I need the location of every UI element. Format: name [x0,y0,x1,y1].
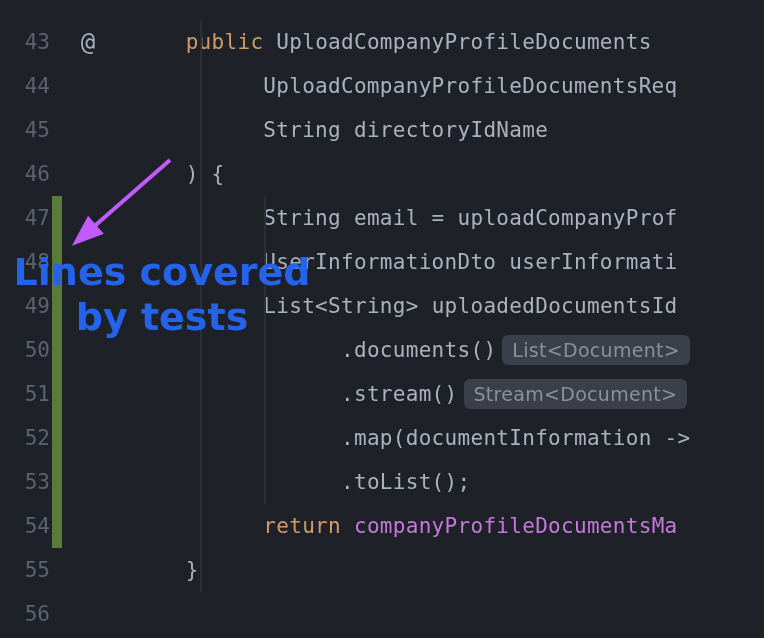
line-number: 43 [0,20,68,64]
code-line[interactable]: ) { [108,152,764,196]
method-call: map [354,426,393,450]
code-line[interactable] [108,592,764,636]
gutter-marker [68,328,108,372]
brace: ) { [186,162,225,186]
lambda-arg: documentInformation -> [406,426,691,450]
inlay-hint[interactable]: List<Document> [502,335,690,365]
code-line[interactable]: String email = uploadCompanyProf [108,196,764,240]
indent-guide [200,20,202,592]
brace: } [186,558,199,582]
gutter-marker [68,504,108,548]
type-identifier: UploadCompanyProfileDocuments [276,30,651,54]
code-line[interactable]: .toList(); [108,460,764,504]
type-identifier: String [328,294,406,318]
code-line[interactable]: public UploadCompanyProfileDocuments [108,20,764,64]
line-number: 55 [0,548,68,592]
code-editor[interactable]: 43 44 45 46 47 48 49 50 51 52 53 54 55 5… [0,0,764,638]
gutter-marker [68,460,108,504]
type-identifier: String [263,118,341,142]
gutter-marker [68,240,108,284]
code-line[interactable]: .documents()List<Document> [108,328,764,372]
code-line[interactable]: return companyProfileDocumentsMa [108,504,764,548]
variable-name: userInformati [509,250,677,274]
type-identifier: UserInformationDto [263,250,496,274]
type-identifier: UploadCompanyProfileDocumentsReq [263,74,677,98]
line-number: 56 [0,592,68,636]
override-gutter-icon[interactable]: @ [68,20,108,64]
type-identifier: List [263,294,315,318]
method-call: toList [354,470,432,494]
code-line[interactable]: UploadCompanyProfileDocumentsReq [108,64,764,108]
expression: companyProfileDocumentsMa [354,514,678,538]
gutter-marker [68,416,108,460]
gutter-marker [68,64,108,108]
line-number: 44 [0,64,68,108]
code-content[interactable]: public UploadCompanyProfileDocuments Upl… [108,0,764,638]
gutter-marker [68,152,108,196]
line-number: 45 [0,108,68,152]
gutter-marker [68,196,108,240]
variable-name: uploadedDocumentsId [432,294,678,318]
gutter-marker [68,592,108,636]
code-line[interactable]: } [108,548,764,592]
method-call: documents [354,338,471,362]
type-identifier: String [263,206,341,230]
method-call: stream [354,382,432,406]
indent-guide [264,196,266,504]
gutter-marker [68,108,108,152]
gutter-marker-column: @ [68,0,108,638]
keyword-public: public [186,30,264,54]
gutter-marker [68,284,108,328]
code-line[interactable]: .stream()Stream<Document> [108,372,764,416]
code-line[interactable]: UserInformationDto userInformati [108,240,764,284]
gutter-marker [68,372,108,416]
code-line[interactable]: String directoryIdName [108,108,764,152]
expression: uploadCompanyProf [458,206,678,230]
code-line[interactable]: .map(documentInformation -> [108,416,764,460]
keyword-return: return [263,514,341,538]
parameter-name: directoryIdName [354,118,548,142]
variable-name: email [354,206,419,230]
line-number: 46 [0,152,68,196]
code-line[interactable]: List<String> uploadedDocumentsId [108,284,764,328]
gutter-marker [68,548,108,592]
coverage-indicator[interactable] [52,196,62,548]
inlay-hint[interactable]: Stream<Document> [464,379,688,409]
